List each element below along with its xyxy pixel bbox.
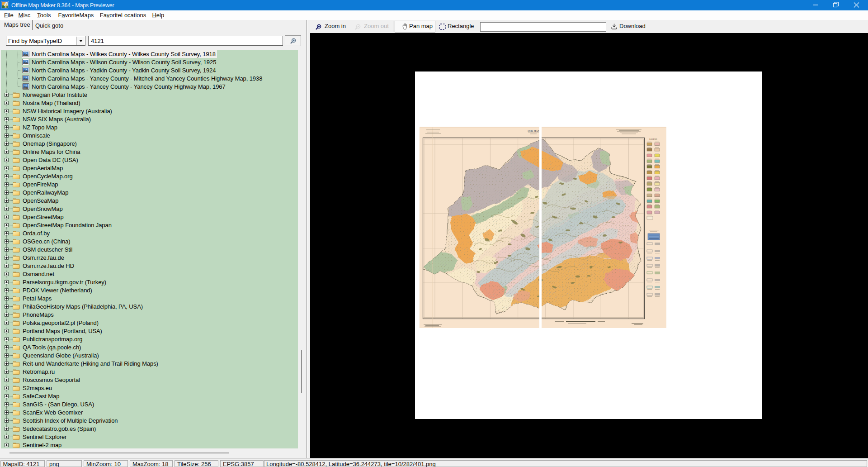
svg-text:LEGEND: LEGEND	[649, 138, 657, 140]
svg-text:SOIL MAP: SOIL MAP	[528, 130, 539, 132]
